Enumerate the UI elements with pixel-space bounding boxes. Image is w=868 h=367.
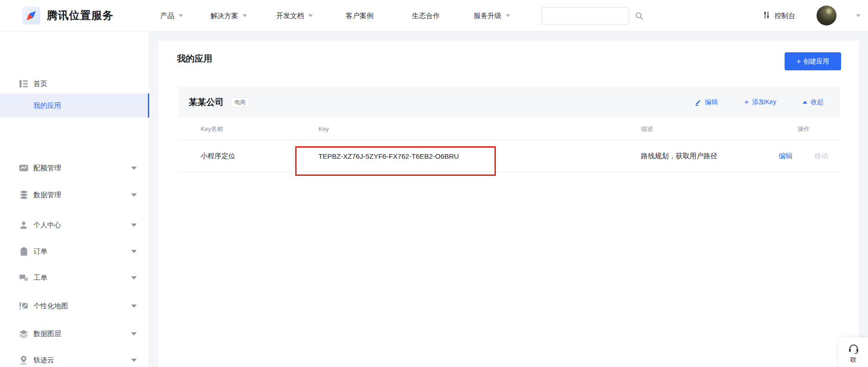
nav-item-docs[interactable]: 开发文档: [276, 0, 313, 31]
search-box: [541, 7, 629, 25]
create-app-button[interactable]: + 创建应用: [785, 52, 841, 70]
add-key-button[interactable]: + 添加Key: [744, 98, 776, 106]
chevron-down-icon: [131, 193, 137, 197]
plus-icon: +: [797, 57, 801, 66]
chevron-down-icon[interactable]: [856, 14, 861, 17]
headset-icon: [848, 343, 860, 355]
chat-bubbles-icon: [19, 273, 29, 282]
sidebar-item-home[interactable]: 首页: [0, 75, 149, 93]
sidebar-item-orders[interactable]: 订单: [0, 242, 149, 261]
company-tag-badge: 电商: [230, 97, 250, 107]
chevron-down-icon: [131, 332, 137, 336]
nav-item-cases[interactable]: 客户案例: [346, 0, 374, 31]
nav-item-solutions[interactable]: 解决方案: [210, 0, 247, 31]
logo[interactable]: 腾讯位置服务: [22, 6, 114, 25]
compass-logo-icon: [22, 6, 40, 25]
row-move-link-disabled: 移动: [814, 140, 828, 172]
key-value-cell: TEPBZ-XZ76J-5ZYF6-FX762-T6EB2-O6BRU: [318, 140, 459, 172]
chevron-down-icon: [131, 167, 137, 170]
database-icon: [19, 190, 29, 199]
table-row: 小程序定位 TEPBZ-XZ76J-5ZYF6-FX762-T6EB2-O6BR…: [178, 140, 840, 172]
active-indicator: [148, 93, 149, 118]
column-header-operations: 操作: [798, 118, 810, 140]
card-header-actions: 编辑 + 添加Key 收起: [694, 87, 824, 118]
edit-app-button[interactable]: 编辑: [694, 98, 718, 106]
quota-chart-icon: [19, 163, 29, 173]
chevron-down-icon: [242, 14, 247, 17]
collapse-button[interactable]: 收起: [803, 98, 824, 106]
sliders-icon: [762, 11, 771, 21]
person-icon: [19, 220, 29, 230]
column-header-key-name: Key名称: [201, 118, 223, 140]
chevron-down-icon: [178, 14, 183, 17]
chevron-down-icon: [131, 359, 137, 362]
user-avatar[interactable]: [817, 6, 836, 25]
logo-title: 腾讯位置服务: [47, 8, 114, 23]
chevron-down-icon: [506, 14, 510, 17]
sidebar-item-track-cloud[interactable]: 轨迹云: [0, 351, 149, 367]
custom-map-icon: [19, 301, 29, 311]
company-name: 某某公司: [189, 96, 224, 108]
sidebar-item-data-layers[interactable]: 数据图层: [0, 324, 149, 343]
sidebar-item-quota[interactable]: 配额管理: [0, 159, 149, 177]
sidebar-item-data-management[interactable]: 数据管理: [0, 186, 149, 204]
sidebar-item-tickets[interactable]: 工单: [0, 268, 149, 287]
chevron-down-icon: [131, 250, 137, 253]
page-title: 我的应用: [177, 53, 212, 65]
chevron-down-icon: [131, 224, 137, 227]
console-link[interactable]: 控制台: [762, 0, 795, 31]
column-header-description: 描述: [641, 118, 653, 140]
search-input[interactable]: [542, 7, 635, 24]
nav-item-products[interactable]: 产品: [160, 0, 183, 31]
key-table-header: Key名称 Key 描述 操作: [178, 118, 840, 140]
layers-icon: [19, 329, 29, 338]
description-cell: 路线规划，获取用户路径: [641, 140, 717, 172]
location-pin-icon: [19, 355, 29, 365]
sidebar: 首页 应用管理 我的应用: [0, 31, 149, 367]
clipboard-icon: [19, 247, 29, 256]
content-panel: 我的应用 + 创建应用 某某公司 电商: [158, 41, 859, 367]
sidebar-item-my-apps[interactable]: 我的应用: [0, 93, 149, 118]
app-card: 某某公司 电商 编辑 +: [178, 87, 840, 172]
top-navbar: 腾讯位置服务 产品 解决方案 开发文档 客户案例 生态合作 服务升级: [0, 0, 868, 31]
chevron-down-icon: [308, 14, 313, 17]
home-list-icon: [19, 79, 29, 88]
sidebar-item-personal-center[interactable]: 个人中心: [0, 216, 149, 234]
key-name-cell: 小程序定位: [201, 140, 235, 172]
support-widget-label: 联: [850, 356, 856, 364]
search-icon[interactable]: [635, 12, 644, 20]
plus-icon: +: [744, 99, 749, 106]
support-widget[interactable]: 联: [839, 337, 868, 367]
chevron-down-icon: [131, 276, 137, 280]
pencil-icon: [694, 99, 702, 106]
column-header-key: Key: [318, 118, 329, 140]
console-label: 控制台: [774, 12, 795, 20]
nav-item-ecosystem[interactable]: 生态合作: [412, 0, 440, 31]
nav-item-service-upgrade[interactable]: 服务升级: [474, 0, 510, 31]
sidebar-item-custom-map[interactable]: 个性化地图: [0, 297, 149, 315]
app-card-header: 某某公司 电商 编辑 +: [178, 87, 840, 118]
chevron-up-icon: [803, 101, 807, 104]
chevron-down-icon: [131, 305, 137, 308]
row-edit-link[interactable]: 编辑: [779, 140, 792, 172]
page: 腾讯位置服务 产品 解决方案 开发文档 客户案例 生态合作 服务升级: [0, 0, 868, 367]
